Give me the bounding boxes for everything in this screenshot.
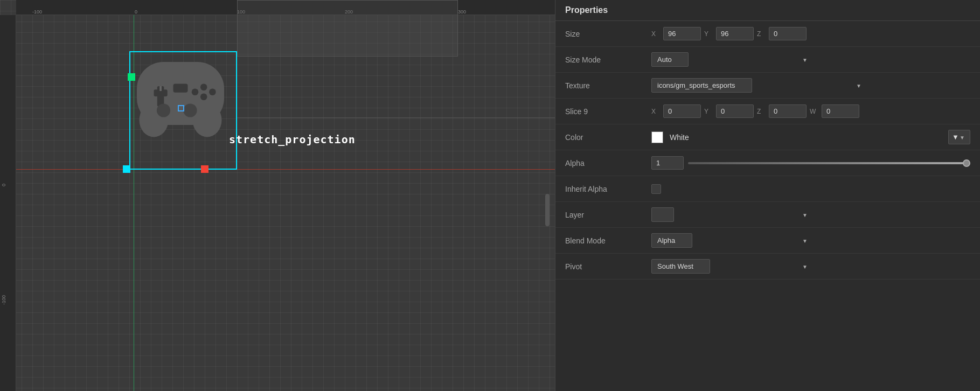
layer-label: Layer	[565, 211, 651, 219]
handle-red[interactable]	[201, 165, 208, 173]
color-label: Color	[565, 133, 651, 142]
layer-value	[651, 207, 970, 222]
texture-select-wrapper: icons/gm_sports_esports	[651, 78, 867, 93]
slice9-z-input[interactable]	[769, 104, 807, 118]
blend-mode-value: Alpha	[651, 233, 970, 248]
controller-icon	[132, 57, 229, 145]
slice9-y-input[interactable]	[716, 104, 754, 118]
slice9-label: Slice 9	[565, 107, 651, 116]
blend-mode-select[interactable]: Alpha	[651, 233, 692, 248]
texture-label: Texture	[565, 81, 651, 90]
size-mode-value: Auto	[651, 52, 970, 67]
svg-rect-5	[159, 86, 162, 91]
blend-mode-select-wrapper: Alpha	[651, 233, 813, 248]
pivot-select-wrapper: South West Center North South East West …	[651, 259, 813, 274]
pivot-select[interactable]: South West Center North South East West …	[651, 259, 710, 274]
ruler-tick-v: -100	[1, 295, 6, 305]
handle-cyan[interactable]	[123, 165, 130, 173]
slice9-w-label: W	[810, 108, 818, 115]
svg-point-12	[183, 103, 197, 117]
svg-point-8	[200, 94, 207, 101]
size-y-input[interactable]	[716, 27, 754, 40]
ruler-tick: 0	[135, 9, 137, 15]
inherit-alpha-checkbox[interactable]	[651, 184, 661, 194]
svg-point-2	[193, 103, 222, 137]
inherit-alpha-label: Inherit Alpha	[565, 185, 651, 193]
inherit-alpha-value	[651, 184, 970, 194]
handle-blue-small	[178, 105, 184, 111]
properties-panel: Properties Size X Y Z Size Mode Auto Tex…	[555, 0, 980, 391]
layer-select-wrapper	[651, 207, 813, 222]
handle-green[interactable]	[128, 73, 135, 81]
ruler-tick: -100	[32, 9, 42, 15]
layer-row: Layer	[555, 202, 980, 228]
slice9-x-input[interactable]	[663, 104, 701, 118]
size-row: Size X Y Z	[555, 21, 980, 47]
svg-point-6	[192, 89, 199, 96]
blend-mode-row: Blend Mode Alpha	[555, 228, 980, 254]
alpha-thumb[interactable]	[963, 159, 970, 167]
canvas-area[interactable]: -100 0 100 200 300 -100 0	[0, 0, 555, 391]
color-swatch[interactable]	[651, 131, 663, 143]
size-mode-select-wrapper: Auto	[651, 52, 813, 67]
slice9-x-label: X	[651, 108, 660, 115]
texture-row: Texture icons/gm_sports_esports	[555, 73, 980, 99]
label-stretch-projection: stretch_projection	[229, 133, 356, 146]
pivot-row: Pivot South West Center North South East…	[555, 254, 980, 280]
scrollbar-vertical[interactable]	[545, 194, 550, 226]
gray-box	[237, 0, 458, 57]
svg-point-9	[209, 89, 216, 96]
blend-mode-label: Blend Mode	[565, 236, 651, 245]
inherit-alpha-row: Inherit Alpha	[555, 176, 980, 202]
alpha-value	[651, 156, 970, 170]
ruler-left: -100 0	[0, 15, 16, 391]
layer-select[interactable]	[651, 207, 674, 222]
ruler-tick-v: 0	[1, 184, 6, 186]
slice9-row: Slice 9 X Y Z W	[555, 99, 980, 124]
panel-title: Properties	[555, 0, 980, 21]
color-row: Color White ▼	[555, 124, 980, 150]
size-z-input[interactable]	[769, 27, 807, 40]
alpha-label: Alpha	[565, 159, 651, 167]
size-label: Size	[565, 30, 651, 38]
slice9-y-label: Y	[704, 108, 713, 115]
svg-point-7	[200, 84, 207, 91]
slice9-z-label: Z	[757, 108, 766, 115]
size-z-label: Z	[757, 30, 766, 38]
color-dropdown[interactable]: ▼	[948, 130, 970, 144]
alpha-track[interactable]	[688, 162, 970, 164]
texture-value: icons/gm_sports_esports	[651, 78, 970, 93]
size-mode-row: Size Mode Auto	[555, 47, 980, 73]
color-value: White ▼	[651, 130, 970, 144]
axis-horizontal	[16, 169, 555, 170]
size-y-label: Y	[704, 30, 713, 38]
slice9-value: X Y Z W	[651, 104, 970, 118]
size-x-label: X	[651, 30, 660, 38]
svg-point-11	[157, 103, 170, 117]
size-mode-label: Size Mode	[565, 55, 651, 64]
alpha-row: Alpha	[555, 150, 980, 176]
size-mode-select[interactable]: Auto	[651, 52, 689, 67]
size-value: X Y Z	[651, 27, 970, 40]
pivot-label: Pivot	[565, 262, 651, 271]
h-bar	[237, 117, 555, 118]
svg-rect-10	[173, 84, 188, 93]
pivot-value: South West Center North South East West …	[651, 259, 970, 274]
size-x-input[interactable]	[663, 27, 701, 40]
texture-select[interactable]: icons/gm_sports_esports	[651, 78, 752, 93]
alpha-input[interactable]	[651, 156, 684, 170]
color-name: White	[670, 133, 689, 142]
color-dropdown-wrapper: ▼	[948, 130, 970, 144]
ruler-tick: 300	[458, 9, 466, 15]
slice9-w-input[interactable]	[822, 104, 859, 118]
